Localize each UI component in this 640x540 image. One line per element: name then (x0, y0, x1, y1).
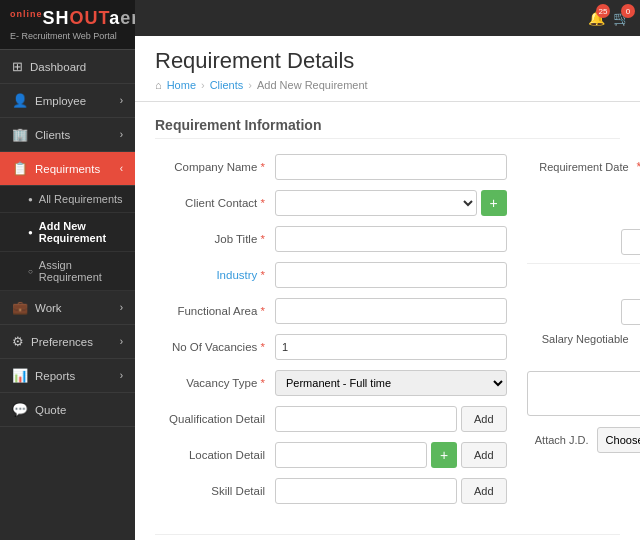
sidebar-item-label: Reports (35, 370, 75, 382)
content-area: Requirement Information Company Name * C… (135, 102, 640, 540)
main-content: 🔔 25 🛒 0 Requirement Details ⌂ Home › Cl… (135, 0, 640, 540)
preferences-icon: ⚙ (12, 334, 24, 349)
skill-detail-input[interactable] (275, 478, 457, 504)
industry-label: Industry * (155, 269, 275, 281)
functional-area-row: Functional Area * (155, 298, 507, 324)
bullet-icon: ● (28, 195, 33, 204)
requirement-date-row: Requirement Date * 04/04/2015 (527, 154, 640, 180)
dashboard-icon: ⊞ (12, 59, 23, 74)
sidebar-item-dashboard[interactable]: ⊞ Dashboard (0, 50, 135, 84)
sidebar-item-employee[interactable]: 👤 Employee › (0, 84, 135, 118)
requirements-icon: 📋 (12, 161, 28, 176)
industry-row: Industry * (155, 262, 507, 288)
job-title-label: Job Title * (155, 233, 275, 245)
chevron-left-icon: ‹ (120, 163, 123, 174)
quote-icon: 💬 (12, 402, 28, 417)
remarks-label: Remarks (527, 355, 640, 367)
salary-min-label: Min (621, 286, 640, 297)
qualification-detail-row: Qualification Detail Add (155, 406, 507, 432)
sidebar-item-requirements[interactable]: 📋 Requirments ‹ (0, 152, 135, 186)
industry-input[interactable] (275, 262, 507, 288)
qualification-detail-label: Qualification Detail (155, 413, 275, 425)
breadcrumb-sep: › (201, 79, 205, 91)
notification-icon[interactable]: 🔔 25 (588, 10, 605, 26)
sidebar-item-label: Work (35, 302, 62, 314)
chevron-right-icon: › (120, 370, 123, 381)
form-actions: Save Clear All (155, 534, 620, 540)
section-title: Requirement Information (155, 117, 620, 139)
sidebar-item-preferences[interactable]: ⚙ Preferences › (0, 325, 135, 359)
sidebar-item-clients[interactable]: 🏢 Clients › (0, 118, 135, 152)
cart-icon[interactable]: 🛒 0 (613, 10, 630, 26)
choose-file-button[interactable]: Choose File (597, 427, 640, 453)
skill-detail-label: Skill Detail (155, 485, 275, 497)
bullet-icon: ● (28, 228, 33, 237)
company-name-label: Company Name * (155, 161, 275, 173)
vacancy-type-row: Vacancy Type * Permanent - Full time Per… (155, 370, 507, 396)
location-detail-label: Location Detail (155, 449, 275, 461)
clients-icon: 🏢 (12, 127, 28, 142)
sidebar-item-work[interactable]: 💼 Work › (0, 291, 135, 325)
location-detail-input[interactable] (275, 442, 427, 468)
attach-jd-label: Attach J.D. (527, 434, 597, 446)
location-add-button[interactable]: Add (461, 442, 507, 468)
sidebar-sub-add-new-requirement[interactable]: ● Add New Requirement (0, 213, 135, 252)
functional-area-label: Functional Area * (155, 305, 275, 317)
sidebar-item-label: Clients (35, 129, 70, 141)
vacancy-type-label: Vacancy Type * (155, 377, 275, 389)
salary-negotiable-label: Salary Negotiable (527, 333, 637, 345)
form-right: Requirement Date * 04/04/2015 Overall Ex… (527, 154, 640, 514)
no-of-vacancies-label: No Of Vacancies * (155, 341, 275, 353)
company-name-row: Company Name * (155, 154, 507, 180)
form-container: Company Name * Client Contact * + (155, 154, 620, 514)
salary-range-label: Salary Range (527, 272, 640, 284)
cart-badge: 0 (621, 4, 635, 18)
sidebar-sub-all-requirements[interactable]: ● All Requirements (0, 186, 135, 213)
location-detail-row: Location Detail + Add (155, 442, 507, 468)
client-contact-add-button[interactable]: + (481, 190, 507, 216)
company-name-input[interactable] (275, 154, 507, 180)
functional-area-input[interactable] (275, 298, 507, 324)
employee-icon: 👤 (12, 93, 28, 108)
skill-add-button[interactable]: Add (461, 478, 507, 504)
client-contact-group: + (275, 190, 507, 216)
client-contact-row: Client Contact * + (155, 190, 507, 216)
chevron-right-icon: › (120, 336, 123, 347)
sub-item-label: Add New Requirement (39, 220, 123, 244)
breadcrumb-icon: ⌂ (155, 79, 162, 91)
requirement-date-label: Requirement Date (527, 161, 637, 173)
sidebar-item-label: Dashboard (30, 61, 86, 73)
sidebar-sub-assign-requirement[interactable]: ○ Assign Requirement (0, 252, 135, 291)
sidebar-item-reports[interactable]: 📊 Reports › (0, 359, 135, 393)
client-contact-label: Client Contact * (155, 197, 275, 209)
location-plus-button[interactable]: + (431, 442, 457, 468)
reports-icon: 📊 (12, 368, 28, 383)
work-icon: 💼 (12, 300, 28, 315)
job-title-row: Job Title * (155, 226, 507, 252)
job-title-input[interactable] (275, 226, 507, 252)
logo: onlineSHOUTaent E- Recruitment Web Porta… (0, 0, 135, 50)
sidebar: onlineSHOUTaent E- Recruitment Web Porta… (0, 0, 135, 540)
logo-subtitle: E- Recruitment Web Portal (10, 31, 125, 41)
client-contact-select[interactable] (275, 190, 477, 216)
sidebar-item-quote[interactable]: 💬 Quote (0, 393, 135, 427)
salary-min-input[interactable] (621, 299, 640, 325)
qualification-add-button[interactable]: Add (461, 406, 507, 432)
vacancy-type-select[interactable]: Permanent - Full time Permanent - Part t… (275, 370, 507, 396)
experience-min-input[interactable] (621, 229, 640, 255)
sub-item-label: All Requirements (39, 193, 123, 205)
remarks-textarea[interactable] (527, 371, 640, 416)
divider (527, 263, 640, 264)
breadcrumb-clients[interactable]: Clients (210, 79, 244, 91)
no-of-vacancies-input[interactable]: 1 (275, 334, 507, 360)
qualification-detail-input[interactable] (275, 406, 457, 432)
sidebar-navigation: ⊞ Dashboard 👤 Employee › 🏢 Clients › 📋 R… (0, 50, 135, 540)
sidebar-item-label: Employee (35, 95, 86, 107)
skill-detail-row: Skill Detail Add (155, 478, 507, 504)
notification-badge: 25 (596, 4, 610, 18)
sidebar-item-label: Requirments (35, 163, 100, 175)
breadcrumb-home[interactable]: Home (167, 79, 196, 91)
breadcrumb: ⌂ Home › Clients › Add New Requirement (155, 79, 620, 91)
attach-jd-row: Attach J.D. Choose File No fi... (527, 427, 640, 453)
page-title: Requirement Details (155, 48, 620, 74)
